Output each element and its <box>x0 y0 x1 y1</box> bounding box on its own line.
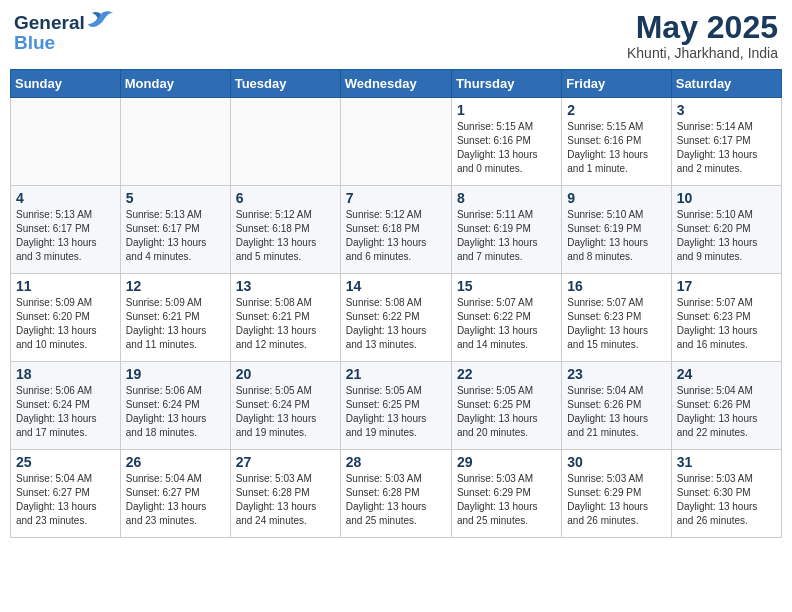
day-info: Sunrise: 5:05 AM Sunset: 6:25 PM Dayligh… <box>346 384 446 440</box>
calendar-cell-4-7: 24Sunrise: 5:04 AM Sunset: 6:26 PM Dayli… <box>671 362 781 450</box>
calendar-cell-1-1 <box>11 98 121 186</box>
day-info: Sunrise: 5:04 AM Sunset: 6:27 PM Dayligh… <box>126 472 225 528</box>
logo: General Blue <box>14 10 115 54</box>
calendar-cell-3-3: 13Sunrise: 5:08 AM Sunset: 6:21 PM Dayli… <box>230 274 340 362</box>
calendar-cell-3-7: 17Sunrise: 5:07 AM Sunset: 6:23 PM Dayli… <box>671 274 781 362</box>
day-info: Sunrise: 5:06 AM Sunset: 6:24 PM Dayligh… <box>126 384 225 440</box>
day-info: Sunrise: 5:12 AM Sunset: 6:18 PM Dayligh… <box>236 208 335 264</box>
day-number: 7 <box>346 190 446 206</box>
calendar-cell-1-5: 1Sunrise: 5:15 AM Sunset: 6:16 PM Daylig… <box>451 98 561 186</box>
day-info: Sunrise: 5:07 AM Sunset: 6:23 PM Dayligh… <box>677 296 776 352</box>
day-number: 14 <box>346 278 446 294</box>
week-row-4: 18Sunrise: 5:06 AM Sunset: 6:24 PM Dayli… <box>11 362 782 450</box>
day-info: Sunrise: 5:04 AM Sunset: 6:26 PM Dayligh… <box>677 384 776 440</box>
calendar-cell-1-3 <box>230 98 340 186</box>
weekday-header-wednesday: Wednesday <box>340 70 451 98</box>
calendar-cell-1-6: 2Sunrise: 5:15 AM Sunset: 6:16 PM Daylig… <box>562 98 671 186</box>
day-number: 11 <box>16 278 115 294</box>
calendar-cell-4-6: 23Sunrise: 5:04 AM Sunset: 6:26 PM Dayli… <box>562 362 671 450</box>
calendar-cell-5-5: 29Sunrise: 5:03 AM Sunset: 6:29 PM Dayli… <box>451 450 561 538</box>
day-info: Sunrise: 5:04 AM Sunset: 6:26 PM Dayligh… <box>567 384 665 440</box>
day-number: 12 <box>126 278 225 294</box>
day-info: Sunrise: 5:08 AM Sunset: 6:22 PM Dayligh… <box>346 296 446 352</box>
location: Khunti, Jharkhand, India <box>627 45 778 61</box>
calendar-cell-4-3: 20Sunrise: 5:05 AM Sunset: 6:24 PM Dayli… <box>230 362 340 450</box>
day-number: 4 <box>16 190 115 206</box>
week-row-2: 4Sunrise: 5:13 AM Sunset: 6:17 PM Daylig… <box>11 186 782 274</box>
day-info: Sunrise: 5:12 AM Sunset: 6:18 PM Dayligh… <box>346 208 446 264</box>
day-number: 26 <box>126 454 225 470</box>
day-number: 25 <box>16 454 115 470</box>
calendar-cell-4-1: 18Sunrise: 5:06 AM Sunset: 6:24 PM Dayli… <box>11 362 121 450</box>
calendar-cell-3-6: 16Sunrise: 5:07 AM Sunset: 6:23 PM Dayli… <box>562 274 671 362</box>
month-title: May 2025 <box>627 10 778 45</box>
day-number: 6 <box>236 190 335 206</box>
calendar-cell-2-1: 4Sunrise: 5:13 AM Sunset: 6:17 PM Daylig… <box>11 186 121 274</box>
day-number: 1 <box>457 102 556 118</box>
day-number: 5 <box>126 190 225 206</box>
calendar-table: SundayMondayTuesdayWednesdayThursdayFrid… <box>10 69 782 538</box>
day-number: 20 <box>236 366 335 382</box>
weekday-header-tuesday: Tuesday <box>230 70 340 98</box>
calendar-cell-5-7: 31Sunrise: 5:03 AM Sunset: 6:30 PM Dayli… <box>671 450 781 538</box>
calendar-cell-2-2: 5Sunrise: 5:13 AM Sunset: 6:17 PM Daylig… <box>120 186 230 274</box>
day-number: 30 <box>567 454 665 470</box>
calendar-cell-4-2: 19Sunrise: 5:06 AM Sunset: 6:24 PM Dayli… <box>120 362 230 450</box>
weekday-header-thursday: Thursday <box>451 70 561 98</box>
page-header: General Blue May 2025 Khunti, Jharkhand,… <box>10 10 782 61</box>
calendar-cell-3-1: 11Sunrise: 5:09 AM Sunset: 6:20 PM Dayli… <box>11 274 121 362</box>
weekday-header-row: SundayMondayTuesdayWednesdayThursdayFrid… <box>11 70 782 98</box>
calendar-cell-5-4: 28Sunrise: 5:03 AM Sunset: 6:28 PM Dayli… <box>340 450 451 538</box>
weekday-header-sunday: Sunday <box>11 70 121 98</box>
day-number: 16 <box>567 278 665 294</box>
week-row-5: 25Sunrise: 5:04 AM Sunset: 6:27 PM Dayli… <box>11 450 782 538</box>
day-number: 9 <box>567 190 665 206</box>
day-number: 10 <box>677 190 776 206</box>
day-info: Sunrise: 5:03 AM Sunset: 6:30 PM Dayligh… <box>677 472 776 528</box>
calendar-cell-3-4: 14Sunrise: 5:08 AM Sunset: 6:22 PM Dayli… <box>340 274 451 362</box>
day-info: Sunrise: 5:03 AM Sunset: 6:29 PM Dayligh… <box>567 472 665 528</box>
calendar-cell-3-2: 12Sunrise: 5:09 AM Sunset: 6:21 PM Dayli… <box>120 274 230 362</box>
day-number: 2 <box>567 102 665 118</box>
day-info: Sunrise: 5:09 AM Sunset: 6:21 PM Dayligh… <box>126 296 225 352</box>
day-info: Sunrise: 5:06 AM Sunset: 6:24 PM Dayligh… <box>16 384 115 440</box>
day-number: 17 <box>677 278 776 294</box>
calendar-cell-1-2 <box>120 98 230 186</box>
day-number: 31 <box>677 454 776 470</box>
week-row-1: 1Sunrise: 5:15 AM Sunset: 6:16 PM Daylig… <box>11 98 782 186</box>
day-number: 29 <box>457 454 556 470</box>
calendar-cell-2-5: 8Sunrise: 5:11 AM Sunset: 6:19 PM Daylig… <box>451 186 561 274</box>
calendar-cell-2-3: 6Sunrise: 5:12 AM Sunset: 6:18 PM Daylig… <box>230 186 340 274</box>
day-info: Sunrise: 5:15 AM Sunset: 6:16 PM Dayligh… <box>567 120 665 176</box>
day-info: Sunrise: 5:13 AM Sunset: 6:17 PM Dayligh… <box>16 208 115 264</box>
day-info: Sunrise: 5:04 AM Sunset: 6:27 PM Dayligh… <box>16 472 115 528</box>
day-info: Sunrise: 5:03 AM Sunset: 6:28 PM Dayligh… <box>236 472 335 528</box>
calendar-cell-1-7: 3Sunrise: 5:14 AM Sunset: 6:17 PM Daylig… <box>671 98 781 186</box>
weekday-header-monday: Monday <box>120 70 230 98</box>
day-info: Sunrise: 5:05 AM Sunset: 6:25 PM Dayligh… <box>457 384 556 440</box>
day-number: 28 <box>346 454 446 470</box>
logo-text: General <box>14 13 85 34</box>
day-number: 27 <box>236 454 335 470</box>
day-info: Sunrise: 5:09 AM Sunset: 6:20 PM Dayligh… <box>16 296 115 352</box>
day-info: Sunrise: 5:10 AM Sunset: 6:19 PM Dayligh… <box>567 208 665 264</box>
day-number: 19 <box>126 366 225 382</box>
day-info: Sunrise: 5:07 AM Sunset: 6:23 PM Dayligh… <box>567 296 665 352</box>
calendar-cell-5-3: 27Sunrise: 5:03 AM Sunset: 6:28 PM Dayli… <box>230 450 340 538</box>
day-info: Sunrise: 5:03 AM Sunset: 6:28 PM Dayligh… <box>346 472 446 528</box>
calendar-cell-5-2: 26Sunrise: 5:04 AM Sunset: 6:27 PM Dayli… <box>120 450 230 538</box>
calendar-cell-3-5: 15Sunrise: 5:07 AM Sunset: 6:22 PM Dayli… <box>451 274 561 362</box>
calendar-cell-5-6: 30Sunrise: 5:03 AM Sunset: 6:29 PM Dayli… <box>562 450 671 538</box>
calendar-cell-2-7: 10Sunrise: 5:10 AM Sunset: 6:20 PM Dayli… <box>671 186 781 274</box>
calendar-cell-4-5: 22Sunrise: 5:05 AM Sunset: 6:25 PM Dayli… <box>451 362 561 450</box>
day-number: 15 <box>457 278 556 294</box>
calendar-cell-4-4: 21Sunrise: 5:05 AM Sunset: 6:25 PM Dayli… <box>340 362 451 450</box>
weekday-header-saturday: Saturday <box>671 70 781 98</box>
day-number: 18 <box>16 366 115 382</box>
day-info: Sunrise: 5:14 AM Sunset: 6:17 PM Dayligh… <box>677 120 776 176</box>
day-number: 23 <box>567 366 665 382</box>
day-number: 8 <box>457 190 556 206</box>
weekday-header-friday: Friday <box>562 70 671 98</box>
day-info: Sunrise: 5:03 AM Sunset: 6:29 PM Dayligh… <box>457 472 556 528</box>
day-number: 22 <box>457 366 556 382</box>
